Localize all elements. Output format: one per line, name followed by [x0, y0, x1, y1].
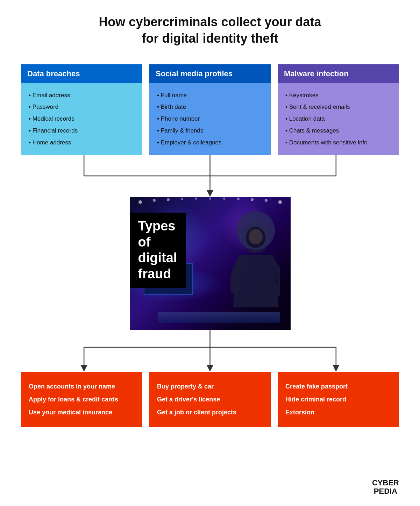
list-item: Use your medical insurance	[29, 406, 135, 419]
svg-marker-27	[206, 365, 213, 372]
svg-point-20	[265, 199, 268, 202]
list-item: Birth date	[157, 101, 263, 113]
criminal-fraud-list: Create fake passport Hide criminal recor…	[285, 380, 391, 419]
social-media-box: Social media profiles Full name Birth da…	[149, 64, 271, 155]
svg-point-16	[209, 198, 211, 200]
svg-point-19	[251, 198, 254, 201]
list-item: Home address	[29, 137, 135, 149]
malware-box: Malware infection Keystrokes Sent & rece…	[278, 64, 399, 155]
list-item: Chats & messages	[285, 125, 391, 137]
list-item: Create fake passport	[285, 380, 391, 393]
svg-point-17	[223, 198, 225, 200]
malware-header: Malware infection	[278, 64, 399, 83]
svg-marker-25	[80, 365, 87, 372]
fraud-title: Types of digital fraud	[138, 218, 177, 282]
svg-point-13	[167, 198, 170, 201]
list-item: Apply for loans & credit cards	[29, 393, 135, 406]
social-media-header: Social media profiles	[149, 64, 271, 83]
list-item: Open accounts in your name	[29, 380, 135, 393]
svg-point-14	[181, 198, 183, 200]
top-boxes-container: Data breaches Email address Password Med…	[21, 64, 399, 155]
person-silhouette	[217, 209, 280, 330]
list-item: Password	[29, 101, 135, 113]
list-item: Documents with sensitive info	[285, 137, 391, 149]
title-line2: for digital identity theft	[142, 31, 278, 45]
list-item: Location data	[285, 113, 391, 125]
title-line1: How cybercriminals collect your data	[99, 15, 321, 29]
cyberpedia-logo: CYBER PEDIA	[372, 479, 399, 496]
list-item: Email address	[29, 90, 135, 101]
list-item: Medical records	[29, 113, 135, 125]
identity-fraud-list: Buy property & car Get a driver's licens…	[157, 380, 263, 419]
list-item: Get a job or client projects	[157, 406, 263, 419]
list-item: Keystrokes	[285, 90, 391, 101]
data-breaches-box: Data breaches Email address Password Med…	[21, 64, 142, 155]
list-item: Buy property & car	[157, 380, 263, 393]
hacker-section: Types of digital fraud	[21, 197, 399, 330]
list-item: Hide criminal record	[285, 393, 391, 406]
logo-line1: CYBER	[372, 479, 399, 487]
financial-fraud-list: Open accounts in your name Apply for loa…	[29, 380, 135, 419]
svg-marker-29	[333, 365, 340, 372]
svg-point-21	[278, 200, 282, 204]
list-item: Get a driver's license	[157, 393, 263, 406]
svg-point-12	[153, 199, 156, 202]
svg-point-10	[249, 229, 263, 244]
identity-fraud-box: Buy property & car Get a driver's licens…	[149, 372, 271, 428]
social-media-body: Full name Birth date Phone number Family…	[149, 83, 271, 155]
list-item: Employer & colleagues	[157, 137, 263, 149]
list-item: Extorsion	[285, 406, 391, 419]
bottom-boxes-container: Open accounts in your name Apply for loa…	[21, 372, 399, 428]
fraud-overlay: Types of digital fraud	[130, 213, 186, 287]
hacker-image: Types of digital fraud	[130, 197, 291, 330]
svg-marker-6	[206, 190, 213, 197]
svg-point-15	[195, 198, 197, 200]
list-item: Family & friends	[157, 125, 263, 137]
list-item: Financial records	[29, 125, 135, 137]
list-item: Phone number	[157, 113, 263, 125]
bottom-connector	[21, 330, 399, 372]
criminal-fraud-box: Create fake passport Hide criminal recor…	[278, 372, 399, 428]
svg-point-18	[237, 198, 240, 200]
list-item: Sent & received emails	[285, 101, 391, 113]
list-item: Full name	[157, 90, 263, 101]
logo-line2: PEDIA	[372, 487, 399, 496]
top-connector	[21, 155, 399, 197]
data-breaches-body: Email address Password Medical records F…	[21, 83, 142, 155]
social-media-list: Full name Birth date Phone number Family…	[157, 90, 263, 149]
page-container: How cybercriminals collect your data for…	[0, 0, 420, 448]
main-title: How cybercriminals collect your data for…	[99, 14, 321, 47]
malware-body: Keystrokes Sent & received emails Locati…	[278, 83, 399, 155]
svg-point-11	[138, 200, 142, 204]
data-breaches-list: Email address Password Medical records F…	[29, 90, 135, 149]
malware-list: Keystrokes Sent & received emails Locati…	[285, 90, 391, 149]
financial-fraud-box: Open accounts in your name Apply for loa…	[21, 372, 142, 428]
data-breaches-header: Data breaches	[21, 64, 142, 83]
